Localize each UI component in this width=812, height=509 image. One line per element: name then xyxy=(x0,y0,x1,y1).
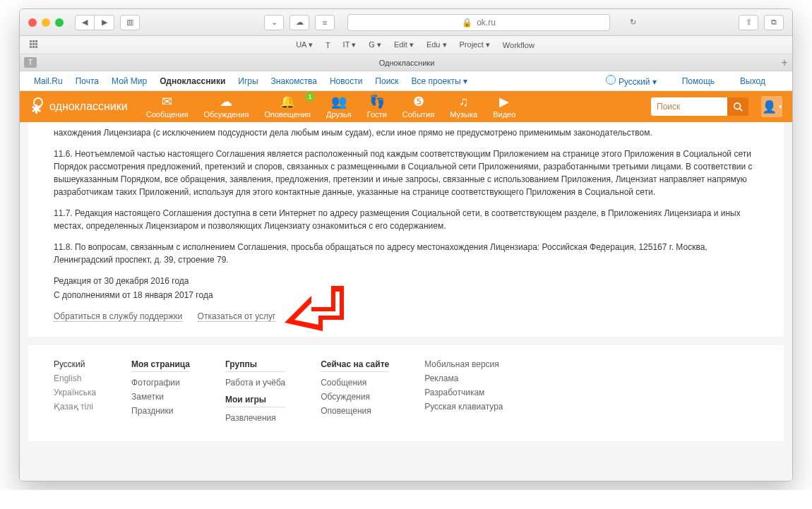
bookmark-item[interactable]: T xyxy=(320,40,336,49)
footer-link[interactable]: Развлечения xyxy=(225,413,285,423)
footer-link[interactable]: Заметки xyxy=(131,392,190,402)
addendum-date: С дополнениями от 18 января 2017 года xyxy=(54,289,758,301)
reader-button[interactable]: ≡ xyxy=(315,15,335,30)
titlebar: ◀ ▶ ▥ ⌄ ☁ ≡ 🔒 ok.ru ↻ ⇪ ⧉ xyxy=(20,9,792,36)
search-input[interactable] xyxy=(651,97,727,116)
avatar-menu[interactable]: 👤▾ xyxy=(761,96,782,117)
globe-icon xyxy=(606,75,616,85)
footer-link[interactable]: Оповещения xyxy=(321,406,389,416)
apps-icon[interactable] xyxy=(30,40,40,50)
help-link[interactable]: Помощь xyxy=(682,76,715,86)
footer-heading: Группы xyxy=(225,359,285,372)
mailru-nav: Mail.Ru Почта Мой Мир Одноклассники Игры… xyxy=(20,71,792,91)
bookmark-item[interactable]: UA ▾ xyxy=(290,40,318,49)
footer-heading: Мои игры xyxy=(225,395,285,407)
tab-title[interactable]: Одноклассники xyxy=(37,59,777,67)
footer-link[interactable]: Обсуждения xyxy=(321,392,389,402)
nav-music[interactable]: ♫Музыка xyxy=(450,95,477,119)
ok-logo[interactable]: одноклассники xyxy=(30,97,128,116)
nav-events[interactable]: ❺События xyxy=(402,95,434,119)
share-button[interactable]: ⇪ xyxy=(739,15,758,30)
new-tab-button[interactable]: + xyxy=(777,56,792,69)
para-11-6: 11.6. Неотъемлемой частью настоящего Сог… xyxy=(54,148,758,198)
footer-languages: Русский English Українська Қазақ тілі xyxy=(54,359,96,427)
footprints-icon: 👣 xyxy=(369,95,385,109)
nav-guests[interactable]: 👣Гости xyxy=(367,95,387,119)
bookmark-item[interactable]: Project ▾ xyxy=(454,40,496,49)
cloud-icon: ☁ xyxy=(220,95,232,109)
page-content: нахождения Лицензиара (с исключением под… xyxy=(20,122,792,481)
language-selector[interactable]: Русский ▾ xyxy=(606,75,657,87)
mailnav-link[interactable]: Mail.Ru xyxy=(34,76,63,86)
mailnav-link[interactable]: Почта xyxy=(76,76,99,86)
bookmark-item[interactable]: Edit ▾ xyxy=(388,40,419,49)
nav-friends[interactable]: 👥Друзья xyxy=(326,95,352,119)
ok-logo-icon xyxy=(30,97,44,116)
lang-option[interactable]: English xyxy=(54,373,96,383)
support-link[interactable]: Обратиться в службу поддержки xyxy=(54,311,182,322)
search-button[interactable] xyxy=(727,97,748,116)
pocket-button[interactable]: ⌄ xyxy=(264,15,284,30)
agreement-text: нахождения Лицензиара (с исключением под… xyxy=(28,122,784,337)
footer-heading: Моя страница xyxy=(131,359,190,372)
nav-notifications[interactable]: 🔔1Оповещения xyxy=(264,95,311,119)
sidebar-button[interactable]: ▥ xyxy=(120,15,140,30)
mailnav-link[interactable]: Новости xyxy=(330,76,362,86)
mailnav-link[interactable]: Игры xyxy=(238,76,258,86)
reload-button[interactable]: ↻ xyxy=(623,15,643,30)
lang-option[interactable]: Русский xyxy=(54,359,96,369)
mailnav-link[interactable]: Поиск xyxy=(375,76,398,86)
footer-link[interactable]: Разработчикам xyxy=(424,388,503,397)
cloud-button[interactable]: ☁ xyxy=(289,15,309,30)
para-11-7: 11.7. Редакция настоящего Соглашения дос… xyxy=(54,207,758,232)
footer-link[interactable]: Работа и учёба xyxy=(225,378,285,388)
minimize-button[interactable] xyxy=(42,18,50,27)
badge: 1 xyxy=(305,92,315,102)
forward-button[interactable]: ▶ xyxy=(95,15,114,30)
url-text: ok.ru xyxy=(477,18,496,28)
nav-video[interactable]: ▶Видео xyxy=(493,95,515,119)
zoom-button[interactable] xyxy=(55,18,64,27)
tab-bar: T Одноклассники + xyxy=(20,54,792,71)
footer-col-mypage: Моя страница Фотографии Заметки Праздник… xyxy=(131,359,190,427)
safari-window: ◀ ▶ ▥ ⌄ ☁ ≡ 🔒 ok.ru ↻ ⇪ ⧉ UA ▾ T IT ▾ G … xyxy=(19,8,793,481)
envelope-icon: ✉ xyxy=(162,95,172,109)
lang-option[interactable]: Українська xyxy=(54,388,96,397)
para-11-8: 11.8. По вопросам, связанным с исполнени… xyxy=(54,241,758,266)
back-button[interactable]: ◀ xyxy=(75,15,95,30)
lang-option[interactable]: Қазақ тілі xyxy=(54,402,96,412)
mailnav-link-active[interactable]: Одноклассники xyxy=(160,76,225,86)
address-bar[interactable]: 🔒 ok.ru xyxy=(347,14,610,31)
tabs-button[interactable]: ⧉ xyxy=(764,15,784,30)
footer-link[interactable]: Мобильная версия xyxy=(424,359,503,369)
svg-line-1 xyxy=(740,109,743,112)
footer: Русский English Українська Қазақ тілі Мо… xyxy=(28,345,784,441)
bookmark-item[interactable]: Edu ▾ xyxy=(421,40,453,49)
footer-link[interactable]: Реклама xyxy=(424,373,503,383)
bookmark-item[interactable]: G ▾ xyxy=(363,40,387,49)
footer-link[interactable]: Фотографии xyxy=(131,378,190,388)
refuse-services-link[interactable]: Отказаться от услуг xyxy=(198,311,276,322)
people-icon: 👥 xyxy=(331,95,347,109)
footer-col-groups: Группы Работа и учёба Мои игры Развлечен… xyxy=(225,359,285,427)
mailnav-link[interactable]: Все проекты ▾ xyxy=(412,76,467,86)
revision-date: Редакция от 30 декабря 2016 года xyxy=(54,275,758,287)
brand-text: одноклассники xyxy=(49,100,128,113)
bookmark-item[interactable]: Workflow xyxy=(497,40,540,49)
mailnav-link[interactable]: Мой Мир xyxy=(112,76,147,86)
nav-discussions[interactable]: ☁Обсуждения xyxy=(203,95,249,119)
footer-link[interactable]: Праздники xyxy=(131,406,190,416)
bookmarks-bar: UA ▾ T IT ▾ G ▾ Edit ▾ Edu ▾ Project ▾ W… xyxy=(20,36,792,54)
video-icon: ▶ xyxy=(499,95,509,109)
bookmark-item[interactable]: IT ▾ xyxy=(338,40,362,49)
logout-link[interactable]: Выход xyxy=(740,76,765,86)
ok-header: одноклассники ✉Сообщения ☁Обсуждения 🔔1О… xyxy=(20,91,792,122)
footer-link[interactable]: Сообщения xyxy=(321,378,389,388)
close-button[interactable] xyxy=(28,18,37,27)
nav-messages[interactable]: ✉Сообщения xyxy=(146,95,189,119)
footer-heading: Сейчас на сайте xyxy=(321,359,389,372)
music-icon: ♫ xyxy=(459,95,469,109)
mailnav-link[interactable]: Знакомства xyxy=(271,76,317,86)
svg-point-0 xyxy=(734,103,741,109)
footer-link[interactable]: Русская клавиатура xyxy=(424,402,503,412)
